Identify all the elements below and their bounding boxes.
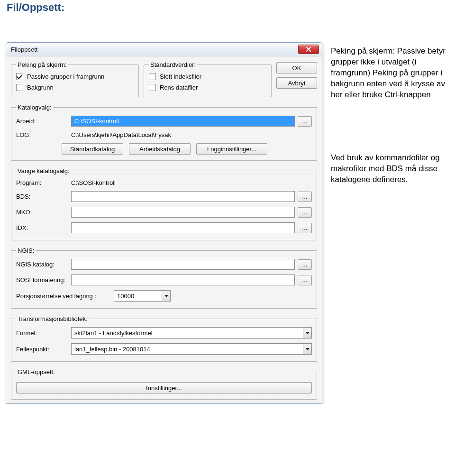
bakgrunn-label: Bakgrunn (27, 84, 54, 91)
varige-group: Varige katalogvalg: Program: C:\SOSI-kon… (11, 167, 317, 240)
varige-legend: Varige katalogvalg: (16, 167, 71, 174)
gml-innstillinger-button[interactable]: Innstillinger... (16, 382, 312, 394)
close-button[interactable] (298, 45, 319, 54)
cancel-button[interactable]: Avbryt (276, 77, 317, 89)
side-notes: Peking på skjerm: Passive betyr grupper … (331, 42, 449, 185)
window-title: Filoppsett (11, 46, 37, 53)
arbeid-input[interactable] (71, 116, 295, 127)
felles-value: lan1_fellesp.bin - 20081014 (72, 346, 303, 353)
program-path: C:\SOSI-kontroll (71, 179, 116, 186)
gml-group: GML-oppsett: Innstillinger... (11, 368, 317, 400)
standardkatalog-button[interactable]: Standardkatalog (62, 143, 123, 155)
idx-browse-button[interactable]: ... (298, 223, 312, 233)
program-label: Program: (16, 179, 68, 186)
felles-dropdown[interactable]: lan1_fellesp.bin - 20081014 (71, 343, 312, 355)
chevron-down-icon (303, 328, 311, 338)
note-peking: Peking på skjerm: Passive betyr grupper … (331, 46, 449, 101)
peking-legend: Peking på skjerm: (16, 61, 68, 68)
rens-label: Rens datafiler (160, 84, 198, 91)
gml-legend: GML-oppsett: (16, 368, 56, 375)
slett-checkbox[interactable] (149, 73, 156, 80)
sosi-format-label: SOSI formatering: (16, 276, 68, 284)
porsjon-dropdown[interactable]: 10000 (114, 290, 171, 302)
trans-legend: Transformasjonsbibliotek: (16, 315, 89, 322)
ngis-katalog-browse-button[interactable]: ... (298, 259, 312, 270)
ngis-legend: NGIS: (16, 247, 36, 254)
bds-browse-button[interactable]: ... (298, 192, 312, 202)
arbeid-browse-button[interactable]: ... (298, 116, 312, 127)
bakgrunn-checkbox[interactable] (16, 84, 23, 91)
bds-label: BDS: (16, 193, 68, 200)
mko-label: MKO: (16, 209, 68, 216)
chevron-down-icon (303, 344, 311, 354)
felles-label: Fellespunkt: (16, 346, 68, 353)
filoppsett-dialog: Filoppsett Peking på skjerm: Passive gru… (6, 42, 322, 404)
ngis-katalog-input[interactable] (71, 259, 295, 270)
slett-label: Slett indeksfiler (160, 73, 201, 80)
katalogvalg-group: Katalogvalg: Arbeid: ... LOG: C:\Users\k… (11, 104, 317, 161)
sosi-format-input[interactable] (71, 275, 295, 285)
close-icon (306, 46, 311, 52)
standard-legend: Standardverdier: (149, 61, 197, 68)
log-label: LOG: (16, 131, 68, 138)
ngis-katalog-label: NGIS katalog: (16, 261, 68, 268)
ngis-group: NGIS: NGIS katalog: ... SOSI formatering… (11, 247, 317, 309)
mko-browse-button[interactable]: ... (298, 207, 312, 218)
sosi-format-browse-button[interactable]: ... (298, 275, 312, 285)
passive-checkbox[interactable] (16, 73, 23, 80)
formel-dropdown[interactable]: skt2lan1 - Landsfylkesformel (71, 327, 312, 339)
ok-button[interactable]: OK (276, 62, 317, 73)
logginnstillinger-button[interactable]: Logginnstillinger... (196, 143, 267, 155)
bds-input[interactable] (71, 191, 295, 202)
porsjon-label: Porsjonstørrelse ved lagring : (16, 293, 111, 300)
chevron-down-icon (162, 291, 170, 301)
peking-group: Peking på skjerm: Passive grupper i fram… (11, 61, 139, 97)
passive-label: Passive grupper i framgrunn (27, 73, 104, 80)
rens-checkbox[interactable] (149, 84, 156, 91)
trans-group: Transformasjonsbibliotek: Formel: skt2la… (11, 315, 317, 362)
porsjon-value: 10000 (114, 293, 162, 300)
arbeidskatalog-button[interactable]: Arbeidskatalog (129, 143, 191, 155)
idx-label: IDX: (16, 224, 68, 231)
page-title: Fil/Oppsett: (0, 0, 455, 15)
idx-input[interactable] (71, 222, 295, 233)
titlebar: Filoppsett (6, 43, 322, 56)
formel-value: skt2lan1 - Landsfylkesformel (72, 330, 303, 337)
formel-label: Formel: (16, 330, 68, 337)
note-kommandofiler: Ved bruk av kommandofiler og makrofiler … (331, 153, 449, 185)
arbeid-label: Arbeid: (16, 118, 68, 125)
katalogvalg-legend: Katalogvalg: (16, 104, 53, 111)
standard-group: Standardverdier: Slett indeksfiler Rens … (144, 61, 272, 97)
log-path: C:\Users\kjehil\AppData\Local\Fysak (71, 131, 171, 138)
mko-input[interactable] (71, 207, 295, 218)
